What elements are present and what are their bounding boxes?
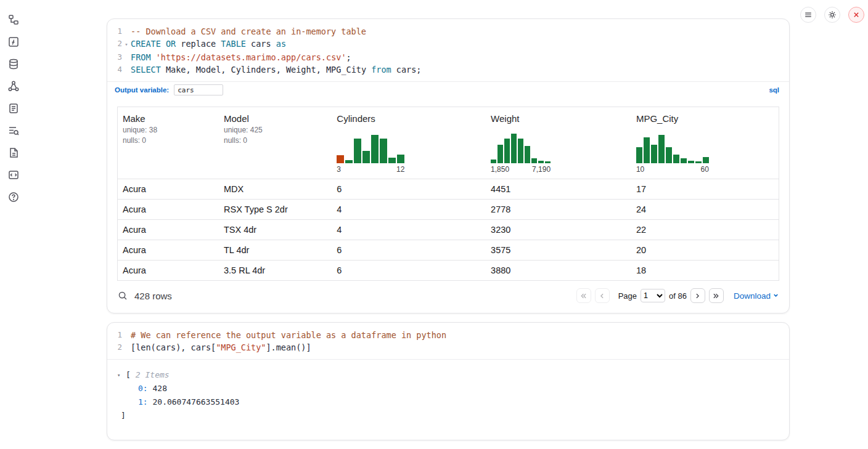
table-cell: Acura [118,240,219,261]
histogram-bar[interactable] [497,145,503,163]
output-variable-input[interactable] [174,84,223,95]
histogram-bar[interactable] [545,161,551,163]
column-header[interactable]: MPG_City1060 [631,107,779,179]
column-histogram[interactable] [491,132,626,163]
menu-button[interactable] [800,7,816,23]
line-number: 3 [107,51,122,63]
gear-icon [827,10,837,20]
collapse-chevron-icon[interactable]: ▾ [117,368,125,382]
table-row[interactable]: AcuraTL 4dr6357520 [118,240,779,261]
histogram-bar[interactable] [525,146,530,163]
code-line[interactable]: 1# We can reference the output variable … [107,329,789,341]
token-plain: cars [246,39,276,49]
histogram-bar[interactable] [673,155,679,163]
next-page-button[interactable] [690,288,705,303]
column-stat: unique: 38 [123,126,214,134]
line-number: 2 [107,341,122,354]
file-explorer-icon[interactable] [7,14,20,26]
previous-page-button[interactable] [595,288,610,303]
column-header[interactable]: Modelunique: 425nulls: 0 [219,107,332,179]
histogram-bar[interactable] [636,147,642,163]
histogram-bar[interactable] [518,139,523,163]
histogram-bar[interactable] [354,139,361,163]
code-line[interactable]: 3FROM 'https://datasets.marimo.app/cars.… [107,51,789,63]
token-keyword: OR [166,39,176,49]
column-name: Model [224,113,327,124]
histogram-bar[interactable] [491,160,496,163]
output-variable-row: Output variable: sql [107,81,789,99]
close-bracket: ] [117,409,779,423]
fold-indicator-icon[interactable]: ▾ [122,38,131,51]
column-header[interactable]: Cylinders312 [332,107,486,179]
histogram-bar[interactable] [651,145,657,163]
fold-indicator-icon [122,51,131,63]
table-cell: Acura [118,261,219,281]
snippets-icon[interactable] [7,169,20,181]
first-page-button[interactable] [576,288,591,303]
code-line[interactable]: 1-- Download a CSV and create an in-memo… [107,25,789,38]
code-line[interactable]: 2▾CREATE OR replace TABLE cars as [107,38,789,51]
search-icon[interactable] [117,290,128,301]
data-table: Makeunique: 38nulls: 0Modelunique: 425nu… [118,107,779,280]
column-stat: nulls: 0 [123,136,214,145]
histogram-bar[interactable] [695,161,702,163]
chevron-right-icon [694,292,702,300]
table-row[interactable]: AcuraTSX 4dr4323022 [118,220,779,240]
help-icon[interactable] [7,191,20,203]
item-value: 20.060747663551403 [148,397,240,407]
table-cell: Acura [118,200,219,220]
histogram-bar[interactable] [397,155,404,163]
left-sidebar [0,0,27,449]
settings-button[interactable] [824,7,840,23]
sql-code-editor[interactable]: 1-- Download a CSV and create an in-memo… [107,19,789,81]
chevron-down-icon [772,291,779,301]
code-line[interactable]: 2[len(cars), cars["MPG_City"].mean()] [107,341,789,354]
histogram-bar[interactable] [688,161,694,163]
token-plain: ].mean()] [266,342,311,352]
column-header[interactable]: Weight1,8507,190 [486,107,631,179]
histogram-bar[interactable] [658,135,665,163]
histogram-bar[interactable] [531,158,537,163]
table-row[interactable]: AcuraRSX Type S 2dr4277824 [118,200,779,220]
python-output: ▾ [ 2 Items 0: 4281: 20.060747663551403 … [107,359,789,440]
page-select[interactable]: 1 [641,289,665,302]
histogram-bar[interactable] [644,137,650,163]
code-text: [len(cars), cars["MPG_City"].mean()] [131,341,311,354]
variables-icon[interactable] [7,36,20,48]
output-list-item: 0: 428 [117,382,779,395]
python-code-editor[interactable]: 1# We can reference the output variable … [107,323,789,359]
output-list-entries: 0: 4281: 20.060747663551403 [117,382,779,409]
documentation-icon[interactable] [7,147,20,159]
histogram-bar[interactable] [703,157,709,163]
column-histogram[interactable] [636,132,774,163]
column-header[interactable]: Makeunique: 38nulls: 0 [118,107,219,179]
outline-icon[interactable] [7,102,20,115]
histogram-bar[interactable] [666,147,672,163]
table-row[interactable]: Acura3.5 RL 4dr6388018 [118,261,779,281]
histogram-min-label: 10 [636,165,644,174]
logs-icon[interactable] [7,124,20,137]
histogram-bar[interactable] [538,161,544,163]
histogram-max-label: 7,190 [532,165,551,174]
pagination: Page 1 of 86 [576,288,724,303]
close-icon [851,10,861,20]
dependency-graph-icon[interactable] [7,80,20,92]
datasources-icon[interactable] [7,58,20,70]
histogram-bar[interactable] [337,155,344,163]
histogram-bar[interactable] [380,139,387,163]
table-row[interactable]: AcuraMDX6445117 [118,179,779,200]
code-line[interactable]: 4SELECT Make, Model, Cylinders, Weight, … [107,63,789,76]
download-button[interactable]: Download [734,291,779,301]
histogram-bar[interactable] [511,134,517,163]
histogram-bar[interactable] [362,151,370,163]
close-button[interactable] [848,7,864,23]
histogram-bar[interactable] [504,139,510,163]
histogram-bar[interactable] [388,158,396,163]
histogram-bar[interactable] [681,158,687,163]
column-histogram[interactable] [337,132,481,163]
token-keyword: FROM [131,52,151,62]
histogram-bar[interactable] [371,135,379,163]
histogram-bar[interactable] [345,160,353,163]
last-page-button[interactable] [709,288,724,303]
table-cell: 22 [631,220,779,240]
